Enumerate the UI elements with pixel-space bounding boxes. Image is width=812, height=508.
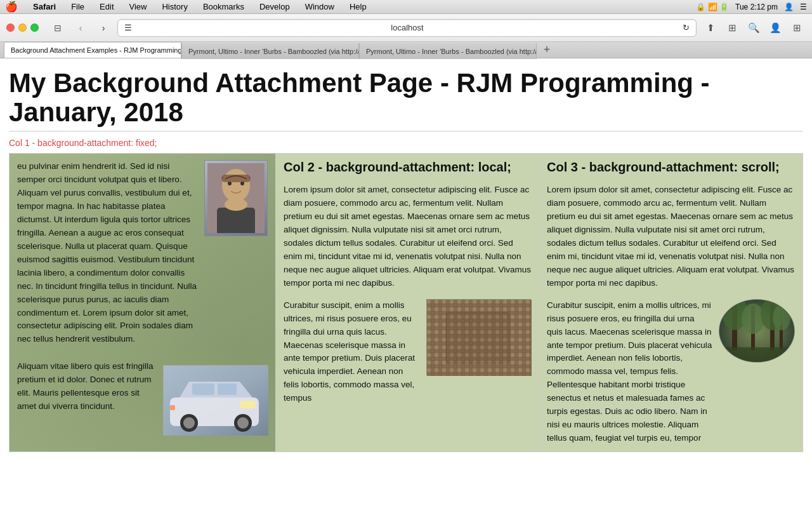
page-inner: My Background Attachment Page - RJM Prog… xyxy=(0,58,812,508)
forest-image xyxy=(719,299,795,363)
add-tab-button[interactable]: + xyxy=(539,43,554,58)
tabs-bar: Background Attachment Examples - RJM Pro… xyxy=(0,42,812,58)
user-button[interactable]: 👤 xyxy=(766,19,784,37)
menu-help[interactable]: Help xyxy=(347,2,369,11)
svg-rect-2 xyxy=(217,208,255,233)
menubar: 🍎 Safari File Edit View History Bookmark… xyxy=(0,0,812,14)
browser-toolbar: ⊟ ‹ › ☰ localhost ↻ ⬆ ⊞ 🔍 👤 ⊞ xyxy=(0,14,812,42)
share-button[interactable]: ⬆ xyxy=(702,19,719,37)
col3-text-1: Lorem ipsum dolor sit amet, consectetur … xyxy=(547,184,795,290)
menu-history[interactable]: History xyxy=(159,2,190,11)
menubar-icons: 🔒 📶 🔋 xyxy=(696,3,729,11)
new-tab-button[interactable]: ⊞ xyxy=(723,19,741,37)
col2-text-1: Lorem ipsum dolor sit amet, consectetur … xyxy=(284,184,531,290)
col2-bottom: Curabitur suscipit, enim a mollis ultric… xyxy=(284,299,531,405)
fullscreen-button[interactable] xyxy=(30,23,39,32)
col3-heading: Col 3 - background-attachment: scroll; xyxy=(547,160,795,175)
close-button[interactable] xyxy=(6,23,15,32)
menubar-user-icon: 👤 xyxy=(784,3,794,11)
col1-label: Col 1 - background-attachment: fixed; xyxy=(9,138,803,148)
menu-bookmarks[interactable]: Bookmarks xyxy=(200,2,247,11)
column-3: Col 3 - background-attachment: scroll; L… xyxy=(539,154,802,451)
tab-2-label: Pyrmont, Ultimo - Inner 'Burbs - Bambooz… xyxy=(366,48,537,55)
col2-heading: Col 2 - background-attachment: local; xyxy=(284,160,531,175)
svg-rect-17 xyxy=(170,405,175,410)
svg-point-15 xyxy=(237,417,249,429)
menu-window[interactable]: Window xyxy=(303,2,337,11)
menu-safari[interactable]: Safari xyxy=(30,2,58,11)
extensions-button[interactable]: ⊞ xyxy=(788,19,806,37)
sidebar-toggle-button[interactable]: ⊟ xyxy=(49,19,67,37)
menubar-time: Tue 2:12 pm xyxy=(735,3,778,11)
apple-menu[interactable]: 🍎 xyxy=(5,1,18,13)
svg-rect-36 xyxy=(719,347,795,363)
menu-file[interactable]: File xyxy=(69,2,87,11)
tab-1[interactable]: Pyrmont, Ultimo - Inner 'Burbs - Bambooz… xyxy=(181,43,359,59)
svg-rect-10 xyxy=(192,384,214,395)
menubar-right: 🔒 📶 🔋 Tue 2:12 pm 👤 ☰ xyxy=(696,3,807,11)
svg-rect-16 xyxy=(240,401,256,408)
menubar-list-icon: ☰ xyxy=(800,3,807,11)
reload-icon[interactable]: ↻ xyxy=(683,23,690,32)
back-button[interactable]: ‹ xyxy=(72,19,89,37)
menu-develop[interactable]: Develop xyxy=(257,2,292,11)
col3-bottom: Curabitur suscipit, enim a mollis ultric… xyxy=(547,299,795,445)
col2-text-2: Curabitur suscipit, enim a mollis ultric… xyxy=(284,299,420,405)
tab-2[interactable]: Pyrmont, Ultimo - Inner 'Burbs - Bambooz… xyxy=(359,43,537,59)
tab-0[interactable]: Background Attachment Examples - RJM Pro… xyxy=(4,42,181,58)
three-columns: eu pulvinar enim hendrerit id. Sed id ni… xyxy=(9,153,803,452)
col1-text-1: eu pulvinar enim hendrerit id. Sed id ni… xyxy=(17,160,198,346)
url-bar[interactable]: ☰ localhost ↻ xyxy=(117,19,697,37)
search-button[interactable]: 🔍 xyxy=(745,19,763,37)
svg-point-3 xyxy=(225,198,247,211)
column-1: eu pulvinar enim hendrerit id. Sed id ni… xyxy=(10,154,276,451)
url-text[interactable]: localhost xyxy=(137,23,678,32)
svg-point-33 xyxy=(742,304,764,334)
hamburger-icon: ☰ xyxy=(124,23,132,32)
col3-inner: Col 3 - background-attachment: scroll; L… xyxy=(547,160,795,445)
col3-text-2: Curabitur suscipit, enim a mollis ultric… xyxy=(547,299,712,445)
col1-inner: eu pulvinar enim hendrerit id. Sed id ni… xyxy=(17,160,268,435)
mosaic-image xyxy=(426,299,531,375)
menu-edit[interactable]: Edit xyxy=(97,2,116,11)
portrait-image xyxy=(204,160,268,236)
tab-1-label: Pyrmont, Ultimo - Inner 'Burbs - Bambooz… xyxy=(188,48,359,55)
menu-view[interactable]: View xyxy=(127,2,150,11)
svg-rect-25 xyxy=(446,312,509,363)
col1-text-2: Aliquam vitae libero quis est fringilla … xyxy=(17,360,158,413)
svg-rect-6 xyxy=(221,175,251,182)
svg-rect-11 xyxy=(218,384,237,395)
column-2: Col 2 - background-attachment: local; Lo… xyxy=(276,154,539,451)
svg-point-13 xyxy=(183,417,195,429)
forward-button[interactable]: › xyxy=(95,19,112,37)
traffic-lights xyxy=(6,23,39,32)
svg-point-35 xyxy=(773,305,790,330)
page-title: My Background Attachment Page - RJM Prog… xyxy=(9,69,803,131)
browser-actions: ⬆ ⊞ 🔍 👤 ⊞ xyxy=(702,19,806,37)
tab-0-label: Background Attachment Examples - RJM Pro… xyxy=(11,46,181,54)
page-content: My Background Attachment Page - RJM Prog… xyxy=(0,58,812,508)
col2-inner: Col 2 - background-attachment: local; Lo… xyxy=(284,160,531,405)
svg-point-1 xyxy=(222,169,250,202)
car-image xyxy=(163,365,268,435)
minimize-button[interactable] xyxy=(18,23,27,32)
